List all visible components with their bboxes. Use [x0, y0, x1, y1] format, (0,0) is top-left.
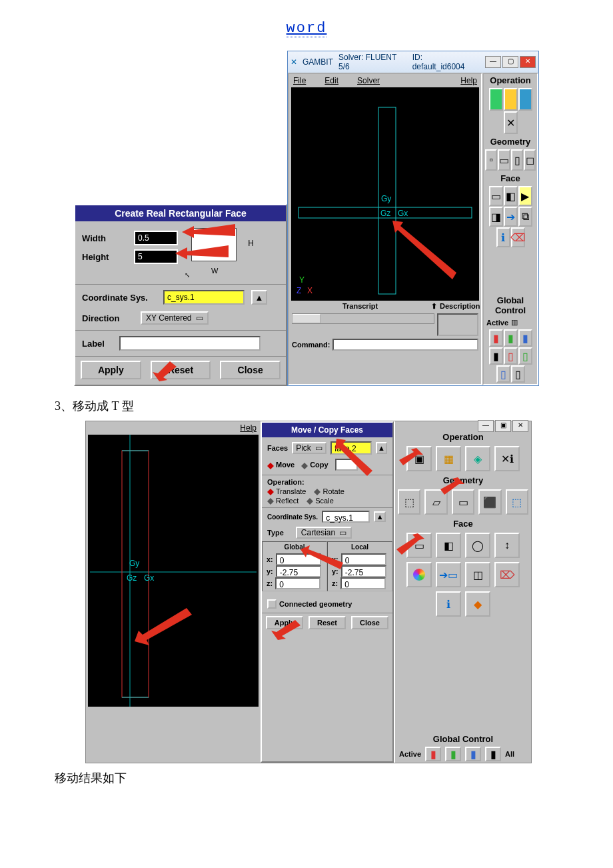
face-icon-7[interactable]: ℹ [496, 227, 510, 247]
minimize-button[interactable]: — [485, 56, 501, 68]
operation-icon-2[interactable] [504, 88, 518, 111]
face-icon-1[interactable]: ▭ [489, 186, 503, 206]
rotate-radio[interactable] [314, 485, 320, 492]
face-icon-2[interactable]: ◧ [504, 186, 518, 206]
op2-icon-4[interactable]: ✕ℹ [494, 446, 520, 471]
face2-icon-2[interactable]: ◧ [436, 533, 461, 558]
reset-button[interactable]: Reset [151, 361, 211, 379]
svg-marker-12 [335, 439, 372, 476]
face-icon-8[interactable]: ⌫ [511, 227, 525, 247]
gc-icon-8[interactable]: ▯ [511, 365, 525, 383]
gc2-icon-3[interactable]: ▮ [465, 747, 481, 761]
type-label: Type [267, 529, 284, 537]
svg-marker-11 [135, 608, 192, 645]
face2-icon-3[interactable]: ◯ [465, 533, 490, 558]
x-axis-label: X [307, 286, 312, 295]
coord-sys-picker-button[interactable]: ▲ [251, 290, 267, 305]
gc-icon-1[interactable]: ▮ [489, 329, 503, 347]
geometry-icon-1[interactable]: ▫ [485, 149, 497, 171]
file-menu[interactable]: File [293, 76, 306, 85]
geometry-icon-3[interactable]: ▯ [511, 149, 523, 171]
help-menu[interactable]: Help [460, 76, 477, 85]
operation-icon-1[interactable] [489, 88, 503, 111]
op2-icon-3[interactable]: ◈ [465, 446, 490, 471]
width-label: Width [82, 233, 122, 243]
connected-checkbox[interactable] [267, 599, 277, 609]
face-icon-5[interactable]: ➔ [504, 207, 518, 227]
w-marker: W [211, 267, 218, 275]
faces-label: Faces [267, 444, 288, 452]
gc-icon-6[interactable]: ▯ [518, 347, 532, 365]
create-face-dialog: Create Real Rectangular Face Width 0.5 H… [74, 204, 287, 386]
face2-icon-4[interactable]: ↕ [494, 533, 520, 558]
gc-icon-3[interactable]: ▮ [518, 329, 532, 347]
geo2-icon-4[interactable]: ⬛ [478, 489, 501, 515]
gc-icon-5[interactable]: ▯ [504, 347, 518, 365]
face-icon-3[interactable]: ▶ [518, 186, 532, 206]
move-radio[interactable] [267, 459, 274, 466]
y-axis-label: Y [299, 275, 305, 285]
close-button[interactable]: Close [220, 361, 281, 379]
apply-button[interactable]: Apply [81, 361, 141, 379]
local-y-input[interactable]: -2.75 [341, 565, 386, 577]
operation-icon-4[interactable]: ✕ [504, 111, 518, 134]
help-menu[interactable]: Help [240, 423, 257, 433]
active-bars-icon[interactable]: ▥ [511, 318, 518, 327]
face2-icon-8[interactable]: ⌦ [494, 562, 520, 587]
coord-sys-input-2[interactable]: c_sys.1 [322, 511, 370, 523]
face2-icon-9[interactable]: ℹ [436, 591, 461, 617]
face-icon-4[interactable]: ◨ [489, 207, 503, 227]
label-input[interactable] [119, 336, 261, 351]
restore-button-2[interactable]: ▣ [495, 420, 511, 432]
gc-icon-2[interactable]: ▮ [504, 329, 518, 347]
face2-icon-5[interactable] [406, 562, 432, 587]
face-icon-6[interactable]: ⧉ [518, 207, 532, 227]
height-input[interactable]: 5 [134, 249, 178, 264]
viewport-2[interactable]: Gy Gz Gx [88, 435, 259, 707]
gc-icon-4[interactable]: ▮ [489, 347, 503, 365]
close-window-button[interactable]: ✕ [520, 56, 536, 68]
scale-radio[interactable] [306, 495, 313, 501]
copy-radio[interactable] [301, 459, 308, 466]
gc2-icon-1[interactable]: ▮ [425, 747, 441, 761]
coord-sys-label-2: Coordinate Sys. [267, 513, 318, 521]
local-z-input[interactable]: 0 [340, 577, 386, 589]
geometry-icon-2[interactable]: ▭ [498, 149, 510, 171]
pick-select[interactable]: Pick ▭ [292, 442, 326, 454]
min-button-2[interactable]: — [478, 420, 494, 432]
width-input[interactable]: 0.5 [134, 231, 178, 245]
close-button-win2[interactable]: ✕ [512, 420, 528, 432]
gx-label-2: Gx [144, 573, 154, 583]
reset-button-2[interactable]: Reset [308, 616, 346, 629]
app-title: GAMBIT [303, 57, 333, 67]
reflect-radio[interactable] [267, 495, 274, 501]
gc-icon-7[interactable]: ▯ [496, 365, 510, 383]
gc2-icon-2[interactable]: ▮ [445, 747, 461, 761]
coord-picker-2[interactable]: ▲ [374, 511, 386, 522]
geo2-icon-5[interactable]: ⬚ [506, 489, 528, 515]
coord-sys-input[interactable]: c_sys.1 [163, 290, 245, 305]
solver-menu[interactable]: Solver [357, 76, 380, 85]
command-input[interactable] [332, 339, 478, 351]
maximize-button[interactable]: ▢ [502, 56, 518, 68]
local-x-input[interactable]: 0 [341, 553, 386, 565]
edit-menu[interactable]: Edit [324, 76, 338, 85]
operation-icon-3[interactable] [518, 88, 532, 111]
id-title: ID: default_id6004 [412, 53, 474, 71]
dialog2-title: Move / Copy Faces [262, 423, 392, 437]
geo2-icon-1[interactable]: ⬚ [398, 489, 420, 515]
direction-select[interactable]: XY Centered ▭ [141, 311, 209, 325]
close-button-2[interactable]: Close [351, 616, 388, 629]
gc2-icon-4[interactable]: ▮ [485, 747, 501, 761]
face2-icon-10[interactable]: ◆ [465, 591, 490, 617]
face2-icon-7[interactable]: ◫ [465, 562, 490, 587]
face2-icon-6[interactable]: ➔▭ [436, 562, 461, 587]
translate-radio[interactable] [267, 485, 274, 492]
geometry-icon-4[interactable]: ◻ [524, 149, 536, 171]
op2-icon-2[interactable]: ▦ [436, 446, 461, 471]
viewport[interactable]: Gy Gz Gx Y Z X [291, 87, 479, 301]
gambit-logo-icon: ✕ [291, 57, 297, 67]
description-label: Description [440, 302, 478, 311]
type-select[interactable]: Cartesian ▭ [296, 527, 352, 539]
global-z-input[interactable]: 0 [275, 577, 320, 589]
